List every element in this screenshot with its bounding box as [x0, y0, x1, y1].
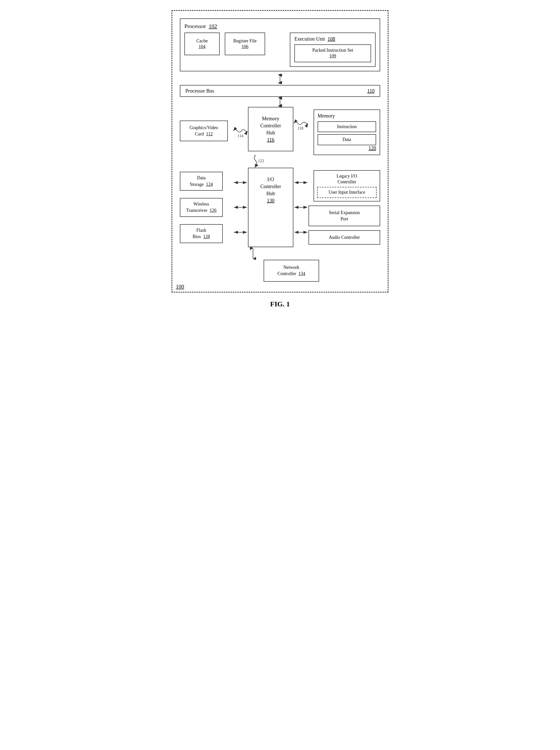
processor-inner: Cache 104 Register File 106 Execution Un…	[184, 33, 376, 67]
io-left-column: DataStorage 124 WirelessTransceiver 126 …	[180, 168, 233, 247]
register-file-label: Register File	[228, 38, 262, 44]
arrow-ioc-network-svg	[248, 247, 258, 260]
arrow-graphics-mch-col: 114	[233, 107, 248, 155]
flash-bios-box: FlashBios 128	[180, 224, 223, 243]
arrow-ds-ioc	[233, 178, 248, 188]
wireless-box: WirelessTransceiver 126	[180, 198, 223, 217]
mch-box: MemoryControllerHub 116	[248, 107, 293, 151]
mch-ref: 116	[254, 136, 288, 143]
flash-bios-label: FlashBios 128	[183, 227, 220, 240]
svg-text:122: 122	[258, 159, 264, 163]
graphics-ref: 112	[206, 131, 213, 137]
instruction-box: Instruction	[318, 121, 376, 132]
network-controller-section: NetworkController 134	[180, 260, 380, 281]
memory-ref: 120	[318, 145, 376, 151]
memory-box: Memory Instruction Data 120	[314, 109, 380, 155]
memory-column: Memory Instruction Data 120	[308, 107, 380, 155]
arrow-mch-memory-svg: 118	[293, 115, 308, 132]
arrow-ioc-serial	[293, 202, 308, 212]
arrow-bus-mch-svg	[275, 97, 285, 107]
serial-expansion-label: Serial ExpansionPort	[329, 210, 360, 221]
register-file-ref: 106	[228, 44, 262, 50]
audio-controller-label: Audio Controller	[329, 235, 360, 240]
outer-dashed-border: Processor 102 Cache 104 Register File 10…	[172, 10, 388, 292]
ioc-box: I/OControllerHub 130	[248, 168, 293, 247]
processor-left: Cache 104 Register File 106	[184, 33, 290, 55]
processor-section: Processor 102 Cache 104 Register File 10…	[180, 18, 380, 72]
diagram-wrapper: Processor 102 Cache 104 Register File 10…	[172, 10, 388, 308]
memory-label: Memory	[318, 113, 376, 119]
cache-box: Cache 104	[184, 33, 220, 55]
arrows-left-ioc	[233, 168, 248, 247]
arrow-ioc-network-container	[180, 247, 380, 260]
io-right-column: Legacy I/OController User Input Interfac…	[308, 168, 380, 247]
outer-label-100: 100	[176, 283, 184, 290]
wireless-row: WirelessTransceiver 126	[180, 198, 233, 217]
arrow-fb-ioc	[233, 227, 248, 237]
packed-instruction-label: Packed Instruction Set	[300, 47, 365, 53]
network-controller-label: NetworkController 134	[269, 264, 314, 277]
arrow-mch-ioc-container: 122	[180, 155, 380, 168]
execution-unit-label: Execution Unit 108	[294, 36, 371, 42]
mch-label: MemoryControllerHub	[254, 115, 288, 136]
mch-column: MemoryControllerHub 116	[248, 107, 293, 155]
processor-bus-label: Processor Bus	[185, 88, 214, 94]
arrow-graphics-mch-svg: 114	[233, 122, 248, 140]
arrow-bus-to-mch	[180, 97, 380, 107]
data-storage-box: DataStorage 124	[180, 172, 223, 190]
io-row: DataStorage 124 WirelessTransceiver 126 …	[180, 168, 380, 247]
execution-unit-section: Execution Unit 108 Packed Instruction Se…	[290, 33, 376, 67]
arrow-wt-ioc	[233, 202, 248, 212]
graphics-box: Graphics/VideoCard 112	[180, 121, 228, 141]
arrows-ioc-right	[293, 168, 308, 247]
arrow-mch-memory-col: 118	[293, 107, 308, 155]
data-label: Data	[343, 137, 351, 142]
arrow-proc-bus-svg	[275, 74, 285, 84]
middle-row: Graphics/VideoCard 112	[180, 107, 380, 155]
arrow-ioc-legacy	[293, 178, 308, 188]
graphics-column: Graphics/VideoCard 112	[180, 107, 233, 155]
ioc-ref: 130	[254, 197, 288, 204]
audio-controller-box: Audio Controller	[308, 230, 380, 245]
cache-ref: 104	[188, 44, 216, 50]
ioc-label: I/OControllerHub	[254, 176, 288, 197]
register-file-box: Register File 106	[225, 33, 265, 55]
user-input-label: User Input Interface	[329, 190, 365, 195]
data-storage-row: DataStorage 124	[180, 172, 233, 190]
processor-bus-section: Processor Bus 110	[180, 85, 380, 97]
data-box: Data	[318, 134, 376, 145]
data-storage-label: DataStorage 124	[183, 175, 220, 187]
svg-text:114: 114	[237, 134, 243, 138]
packed-instruction-box: Packed Instruction Set 109	[294, 44, 371, 62]
arrow-proc-to-bus	[180, 74, 380, 84]
arrow-mch-ioc-svg: 122	[248, 155, 268, 168]
svg-text:118: 118	[297, 126, 303, 130]
legacy-io-label: Legacy I/OController	[317, 173, 377, 185]
packed-instruction-ref: 109	[300, 53, 365, 59]
execution-unit-ref: 108	[328, 36, 335, 42]
figure-label: FIG. 1	[172, 300, 388, 308]
legacy-io-box: Legacy I/OController User Input Interfac…	[314, 170, 380, 202]
processor-bus-ref: 110	[367, 88, 375, 94]
serial-expansion-box: Serial ExpansionPort	[308, 205, 380, 226]
processor-ref: 102	[209, 23, 217, 29]
flash-bios-row: FlashBios 128	[180, 224, 233, 243]
processor-label: Processor 102	[184, 23, 376, 29]
ioc-column: I/OControllerHub 130	[248, 168, 293, 247]
wireless-label: WirelessTransceiver 126	[183, 201, 220, 214]
user-input-box: User Input Interface	[317, 187, 377, 198]
execution-unit-box: Execution Unit 108 Packed Instruction Se…	[290, 33, 376, 67]
network-controller-box: NetworkController 134	[264, 260, 319, 281]
cache-label: Cache	[188, 38, 216, 44]
instruction-label: Instruction	[337, 124, 357, 129]
arrow-ioc-audio	[293, 227, 308, 237]
graphics-label: Graphics/VideoCard 112	[183, 125, 225, 137]
